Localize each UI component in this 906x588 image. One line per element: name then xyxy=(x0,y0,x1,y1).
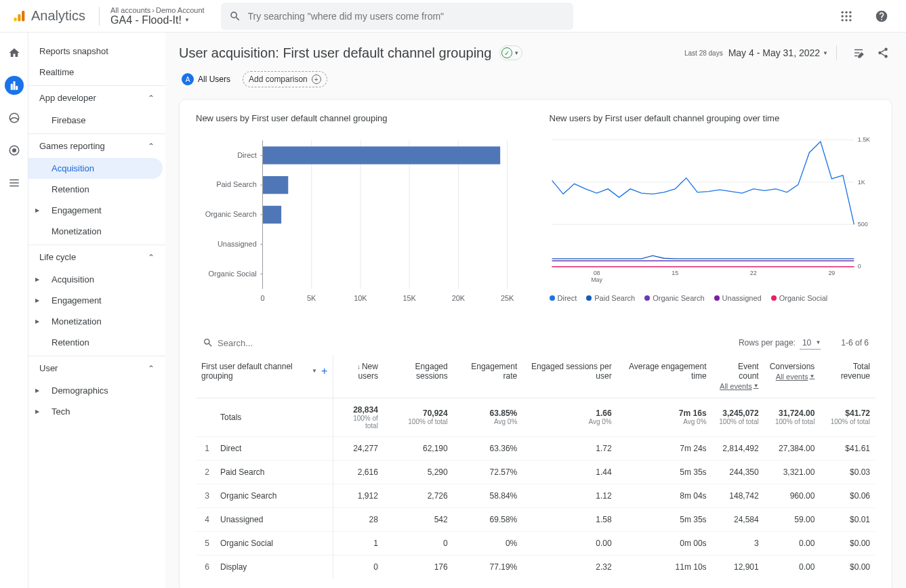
breadcrumb-account: All accounts xyxy=(110,6,150,14)
sidebar-section-header[interactable]: App developer⌃ xyxy=(28,85,165,110)
rail-home-icon[interactable] xyxy=(5,43,24,62)
sidebar-item-firebase[interactable]: Firebase xyxy=(28,110,165,131)
col-header-metric[interactable]: Engaged sessions xyxy=(384,355,453,398)
sort-desc-icon: ↓ xyxy=(357,363,361,371)
status-pill[interactable]: ✓ ▼ xyxy=(499,45,522,60)
col-header-metric[interactable]: Total revenue xyxy=(820,355,876,398)
sidebar-item-demographics[interactable]: ▶Demographics xyxy=(28,380,165,401)
sidebar-item-monetization[interactable]: Monetization xyxy=(28,221,165,242)
rail-advertising-icon[interactable] xyxy=(5,141,24,160)
triangle-right-icon: ▶ xyxy=(35,318,43,324)
customize-report-icon[interactable] xyxy=(849,43,868,62)
legend-item[interactable]: Organic Social xyxy=(771,294,828,302)
table-row[interactable]: 2Paid Search2,6165,29072.57%1.445m 35s24… xyxy=(196,460,876,484)
svg-point-5 xyxy=(849,11,851,13)
date-range-label: Last 28 days xyxy=(684,49,723,57)
report-card: New users by First user default channel … xyxy=(179,99,892,588)
sidebar-item-acquisition[interactable]: ▶Acquisition xyxy=(28,269,165,290)
sidebar-item-tech[interactable]: ▶Tech xyxy=(28,401,165,422)
col-header-dimension[interactable]: First user default channel grouping ▼ + xyxy=(196,355,333,398)
line-chart: 05001K1.5K08152229May xyxy=(550,137,876,288)
table-row[interactable]: 4Unassigned2854269.58%1.585m 35s24,58459… xyxy=(196,507,876,531)
apps-icon[interactable] xyxy=(833,3,860,30)
svg-point-6 xyxy=(842,15,844,17)
col-header-metric[interactable]: ↓New users xyxy=(333,355,384,398)
legend-item[interactable]: Paid Search xyxy=(586,294,635,302)
svg-text:20K: 20K xyxy=(452,294,466,302)
legend-item[interactable]: Organic Search xyxy=(644,294,704,302)
search-icon xyxy=(229,10,241,22)
legend-item[interactable]: Unassigned xyxy=(714,294,762,302)
metric-filter[interactable]: All events ▼ xyxy=(720,382,759,390)
segment-all-users[interactable]: A All Users xyxy=(179,70,237,88)
search-box[interactable] xyxy=(221,3,573,30)
sidebar-item-retention[interactable]: Retention xyxy=(28,332,165,353)
table-row[interactable]: 5Organic Social100%0.000m 00s30.00$0.00 xyxy=(196,531,876,555)
rail-explore-icon[interactable] xyxy=(5,108,24,127)
table-search-input[interactable] xyxy=(218,338,331,348)
svg-text:Paid Search: Paid Search xyxy=(216,180,257,188)
svg-point-7 xyxy=(845,15,847,17)
svg-text:0: 0 xyxy=(857,263,861,270)
svg-point-11 xyxy=(849,19,851,21)
svg-text:0: 0 xyxy=(260,294,264,302)
caret-down-icon: ▼ xyxy=(312,368,317,374)
col-header-metric[interactable]: Engaged sessions per user xyxy=(522,355,617,398)
col-header-metric[interactable]: Event countAll events ▼ xyxy=(712,355,764,398)
triangle-right-icon: ▶ xyxy=(35,297,43,303)
svg-rect-0 xyxy=(14,17,17,21)
rail-configure-icon[interactable] xyxy=(5,173,24,192)
sidebar-section-header[interactable]: Life cycle⌃ xyxy=(28,245,165,269)
svg-rect-30 xyxy=(262,146,500,164)
svg-text:29: 29 xyxy=(828,270,835,276)
add-comparison-button[interactable]: Add comparison + xyxy=(243,71,327,87)
svg-text:25K: 25K xyxy=(501,294,514,302)
help-icon[interactable] xyxy=(868,3,895,30)
sidebar-section-header[interactable]: Games reporting⌃ xyxy=(28,133,165,158)
svg-text:Direct: Direct xyxy=(237,151,257,159)
sidebar-reports-snapshot[interactable]: Reports snapshot xyxy=(28,41,165,62)
sidebar-item-monetization[interactable]: ▶Monetization xyxy=(28,311,165,332)
svg-rect-33 xyxy=(262,176,288,194)
sidebar-item-retention[interactable]: Retention xyxy=(28,179,165,200)
triangle-right-icon: ▶ xyxy=(35,408,43,415)
sidebar-item-engagement[interactable]: ▶Engagement xyxy=(28,200,165,221)
legend-item[interactable]: Direct xyxy=(550,294,577,302)
svg-text:10K: 10K xyxy=(354,294,367,302)
svg-text:1K: 1K xyxy=(857,179,865,186)
table-row[interactable]: 3Organic Search1,9122,72658.84%1.128m 04… xyxy=(196,484,876,507)
col-header-metric[interactable]: Average engagement time xyxy=(617,355,712,398)
chevron-right-icon: › xyxy=(152,6,155,14)
share-icon[interactable] xyxy=(873,43,892,62)
chevron-up-icon: ⌃ xyxy=(148,93,155,103)
col-header-metric[interactable]: ConversionsAll events ▼ xyxy=(764,355,821,398)
svg-text:Organic Search: Organic Search xyxy=(205,210,257,218)
sidebar-item-engagement[interactable]: ▶Engagement xyxy=(28,290,165,311)
totals-row: Totals28,834100% of total70,924100% of t… xyxy=(196,398,876,436)
table-search[interactable] xyxy=(203,337,331,348)
sidebar-realtime[interactable]: Realtime xyxy=(28,62,165,83)
search-icon xyxy=(203,337,213,348)
nav-rail xyxy=(0,33,28,588)
product-name: Analytics xyxy=(31,8,85,24)
rows-per-page-select[interactable]: 10 ▼ xyxy=(800,337,821,350)
date-range-picker[interactable]: May 4 - May 31, 2022 ▼ xyxy=(728,47,828,58)
svg-point-3 xyxy=(842,11,844,13)
product-logo[interactable]: Analytics xyxy=(5,8,92,24)
add-dimension-button[interactable]: + xyxy=(321,365,327,377)
rail-reports-icon[interactable] xyxy=(5,76,24,95)
table-row[interactable]: 1Direct24,27762,19063.36%1.727m 24s2,814… xyxy=(196,436,876,460)
account-switcher[interactable]: All accounts › Demo Account GA4 - Flood-… xyxy=(106,6,209,26)
svg-rect-36 xyxy=(262,206,281,224)
svg-point-10 xyxy=(845,19,847,21)
svg-text:1.5K: 1.5K xyxy=(857,137,869,143)
svg-point-9 xyxy=(842,19,844,21)
sidebar-item-acquisition[interactable]: Acquisition xyxy=(28,158,163,179)
svg-text:5K: 5K xyxy=(307,294,316,302)
metric-filter[interactable]: All events ▼ xyxy=(776,373,815,381)
col-header-metric[interactable]: Engagement rate xyxy=(453,355,523,398)
sidebar-section-header[interactable]: User⌃ xyxy=(28,356,165,380)
sidebar: Reports snapshot Realtime App developer⌃… xyxy=(28,33,165,588)
table-row[interactable]: 6Display017677.19%2.3211m 10s12,9010.00$… xyxy=(196,555,876,579)
search-input[interactable] xyxy=(248,11,565,22)
